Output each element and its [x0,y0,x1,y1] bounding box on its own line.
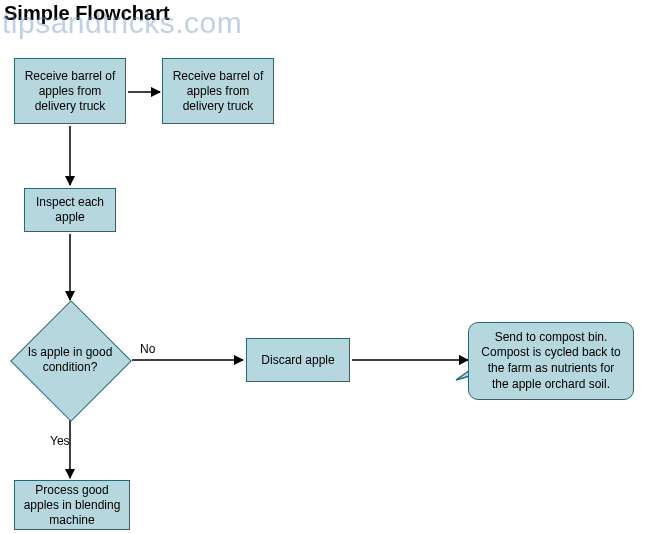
node-process: Process good apples in blending machine [14,480,130,530]
node-inspect: Inspect each apple [24,188,116,232]
edge-label-yes: Yes [50,434,70,448]
node-compost-callout: Send to compost bin. Compost is cycled b… [468,322,634,400]
edge-label-no: No [140,342,155,356]
node-discard: Discard apple [246,338,350,382]
node-decision: Is apple in good condition? [10,300,130,420]
node-receive-2: Receive barrel of apples from delivery t… [162,58,274,124]
decision-label: Is apple in good condition? [10,300,130,420]
page-title: Simple Flowchart [4,2,170,25]
node-receive-1: Receive barrel of apples from delivery t… [14,58,126,124]
